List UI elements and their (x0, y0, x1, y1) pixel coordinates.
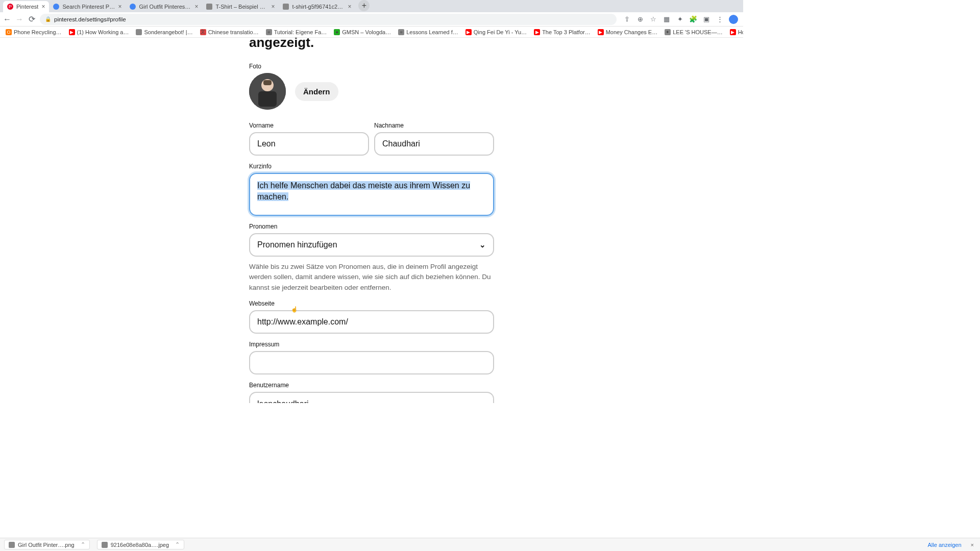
lastname-label: Nachname (374, 122, 494, 129)
bio-selected-text: Ich helfe Menschen dabei das meiste aus … (257, 181, 470, 201)
bookmark-item[interactable]: ✦LEE 'S HOUSE—… (662, 29, 725, 35)
profile-settings-form: angezeigt. Foto Ändern Vorname Nachname (249, 38, 494, 403)
firstname-label: Vorname (249, 122, 369, 129)
profile-photo (249, 73, 286, 110)
close-icon[interactable]: × (118, 3, 121, 10)
bookmark-label: Qing Fei De Yi - Yu… (474, 29, 527, 35)
lastname-input[interactable] (374, 132, 494, 156)
new-tab-button[interactable]: + (358, 0, 370, 11)
bookmark-item[interactable]: ▶Money Changes E… (595, 29, 660, 35)
bookmark-icon: ≡ (398, 29, 404, 35)
photo-label: Foto (249, 63, 494, 70)
bookmark-item[interactable]: ≡Tutorial: Eigene Fa… (263, 29, 330, 35)
bookmark-icon: O (6, 29, 12, 35)
extension-icon[interactable]: ✦ (676, 15, 684, 23)
username-input[interactable] (249, 392, 494, 403)
page-icon (206, 4, 212, 10)
tab-title: T-Shirt – Beispiel Dropshippin (215, 4, 268, 10)
website-input[interactable] (249, 310, 494, 334)
bookmark-item[interactable]: ≡Lessons Learned f… (396, 29, 461, 35)
bio-textarea[interactable]: Ich helfe Menschen dabei das meiste aus … (251, 175, 492, 214)
impressum-label: Impressum (249, 341, 494, 348)
firstname-input[interactable] (249, 132, 369, 156)
tab-image[interactable]: t-shirt-g5f96741c2_1280.jpg × (279, 1, 355, 12)
bookmark-item[interactable]: Sonderangebot! |… (133, 29, 195, 35)
youtube-icon: ▶ (69, 29, 75, 35)
tab-tshirt[interactable]: T-Shirt – Beispiel Dropshippin × (202, 1, 279, 12)
tab-title: Pinterest (16, 4, 38, 10)
bookmark-label: The Top 3 Platfor… (542, 29, 591, 35)
bookmark-label: How to get more v… (738, 29, 743, 35)
website-label: Webseite (249, 300, 494, 307)
bookmark-label: Sonderangebot! |… (144, 29, 192, 35)
bookmark-icon: ≡ (266, 29, 272, 35)
share-icon[interactable]: ⇧ (623, 15, 631, 23)
pronouns-placeholder: Pronomen hinzufügen (257, 240, 337, 249)
pronouns-label: Pronomen (249, 223, 494, 230)
reload-icon[interactable]: ⟳ (28, 15, 36, 23)
url-text: pinterest.de/settings#profile (54, 16, 126, 22)
tab-title: Girl Outfit Pinterest Pin (1000 (139, 4, 191, 10)
bio-label: Kurzinfo (249, 163, 494, 170)
page-heading-cut: angezeigt. (249, 38, 494, 51)
tab-bar: P Pinterest × Search Pinterest Pin (1000… (0, 0, 743, 12)
close-icon[interactable]: × (348, 3, 351, 10)
star-icon[interactable]: ☆ (649, 15, 657, 23)
bookmarks-bar: OPhone Recycling… ▶(1) How Working a… So… (0, 27, 743, 38)
bookmark-icon: 文 (200, 29, 206, 35)
bookmark-label: Chinese translatio… (208, 29, 259, 35)
bookmark-label: Lessons Learned f… (406, 29, 458, 35)
bookmark-item[interactable]: ▶The Top 3 Platfor… (531, 29, 593, 35)
pronouns-select[interactable]: Pronomen hinzufügen ⌄ (249, 233, 494, 257)
youtube-icon: ▶ (465, 29, 472, 35)
profile-avatar[interactable] (729, 15, 738, 24)
bio-textarea-wrap: Ich helfe Menschen dabei das meiste aus … (249, 173, 494, 216)
translate-icon[interactable]: ⊕ (636, 15, 644, 23)
bookmark-item[interactable]: ▶(1) How Working a… (66, 29, 132, 35)
impressum-input[interactable] (249, 351, 494, 374)
bookmark-icon: ● (334, 29, 340, 35)
close-icon[interactable]: × (271, 3, 275, 10)
change-photo-button[interactable]: Ändern (295, 82, 338, 101)
pronouns-helper: Wähle bis zu zwei Sätze von Pronomen aus… (249, 262, 494, 293)
bookmark-label: GMSN – Vologda… (342, 29, 391, 35)
tab-pinterest[interactable]: P Pinterest × (3, 1, 49, 12)
url-bar[interactable]: 🔒 pinterest.de/settings#profile (40, 14, 617, 25)
puzzle-icon[interactable]: 🧩 (689, 15, 697, 23)
bookmark-item[interactable]: OPhone Recycling… (3, 29, 64, 35)
chevron-down-icon: ⌄ (479, 240, 486, 249)
qr-icon[interactable]: ▦ (663, 15, 671, 23)
close-icon[interactable]: × (41, 3, 45, 10)
tab-title: t-shirt-g5f96741c2_1280.jpg (292, 4, 345, 10)
forward-icon[interactable]: → (15, 15, 23, 23)
bookmark-icon: ✦ (665, 29, 671, 35)
bookmark-label: Tutorial: Eigene Fa… (274, 29, 327, 35)
username-label: Benutzername (249, 382, 494, 389)
bookmark-label: Phone Recycling… (14, 29, 62, 35)
bookmark-icon (136, 29, 142, 35)
svg-rect-3 (263, 80, 272, 85)
menu-icon[interactable]: ⋮ (716, 15, 724, 23)
bookmark-item[interactable]: ▶Qing Fei De Yi - Yu… (463, 29, 529, 35)
back-icon[interactable]: ← (3, 15, 11, 23)
bookmark-label: Money Changes E… (606, 29, 658, 35)
youtube-icon: ▶ (598, 29, 604, 35)
bookmark-item[interactable]: ▶How to get more v… (727, 29, 743, 35)
close-icon[interactable]: × (194, 3, 198, 10)
tab-search[interactable]: Search Pinterest Pin (1000 × × (49, 1, 126, 12)
lock-icon: 🔒 (45, 16, 51, 22)
bookmark-item[interactable]: ●GMSN – Vologda… (331, 29, 394, 35)
bookmark-label: (1) How Working a… (77, 29, 129, 35)
nav-bar: ← → ⟳ 🔒 pinterest.de/settings#profile ⇧ … (0, 12, 743, 27)
photo-row: Ändern (249, 73, 494, 110)
cast-icon[interactable]: ▣ (702, 15, 710, 23)
page-icon (283, 4, 289, 10)
tab-girl-outfit[interactable]: Girl Outfit Pinterest Pin (1000 × (126, 1, 202, 12)
youtube-icon: ▶ (730, 29, 736, 35)
bookmark-item[interactable]: 文Chinese translatio… (198, 29, 261, 35)
pinterest-icon: P (7, 4, 13, 10)
bookmark-label: LEE 'S HOUSE—… (673, 29, 722, 35)
canva-icon (130, 4, 136, 10)
name-row: Vorname Nachname (249, 115, 494, 156)
nav-right: ⇧ ⊕ ☆ ▦ ✦ 🧩 ▣ ⋮ (621, 15, 740, 24)
